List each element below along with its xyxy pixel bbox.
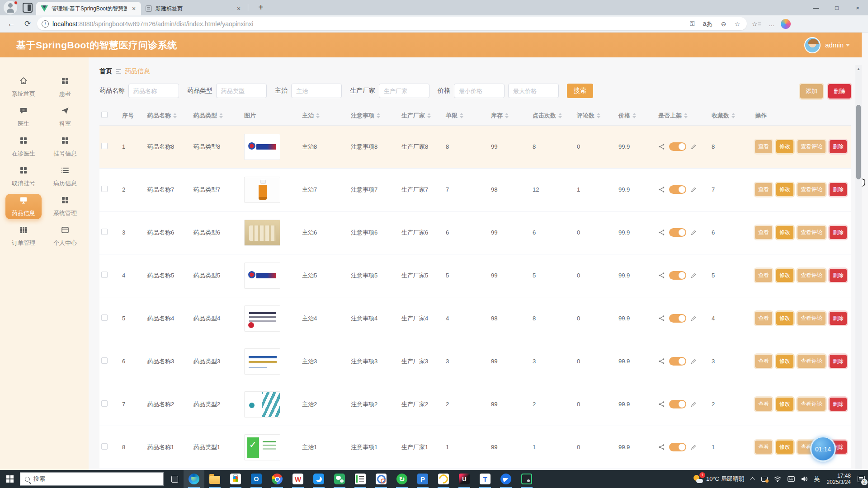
column-header[interactable]: 主治	[300, 106, 349, 125]
view-button[interactable]: 查看	[755, 183, 772, 196]
zoom-out-icon[interactable]: ⊖	[719, 20, 729, 28]
product-image[interactable]	[244, 434, 280, 460]
breadcrumb-home[interactable]: 首页	[99, 67, 112, 75]
taskbar-app-t[interactable]	[475, 470, 495, 488]
taskbar-app-shot[interactable]	[516, 470, 537, 488]
user-avatar[interactable]	[804, 37, 821, 53]
taskbar-app-edge[interactable]	[184, 470, 204, 488]
row-checkbox[interactable]	[99, 125, 120, 168]
on-shelf-toggle[interactable]	[669, 228, 686, 237]
maximize-button[interactable]: □	[826, 0, 847, 15]
network-icon[interactable]	[771, 470, 784, 488]
share-icon[interactable]	[658, 358, 665, 365]
sort-icon[interactable]	[316, 113, 320, 118]
chevron-down-icon[interactable]	[845, 44, 850, 47]
row-checkbox[interactable]	[99, 211, 120, 254]
pencil-icon[interactable]	[690, 315, 697, 322]
column-header[interactable]: 收藏数	[710, 106, 753, 125]
on-shelf-toggle[interactable]	[669, 185, 686, 194]
tab-close-icon[interactable]: ×	[130, 5, 137, 12]
sidebar-item-3[interactable]: 医生	[3, 103, 44, 131]
sort-icon[interactable]	[632, 113, 636, 118]
on-shelf-toggle[interactable]	[669, 142, 686, 151]
sort-icon[interactable]	[597, 113, 600, 118]
row-checkbox[interactable]	[99, 254, 120, 297]
browser-profile-button[interactable]	[4, 1, 17, 14]
clock[interactable]: 17:48 2025/3/24	[823, 473, 854, 485]
on-shelf-toggle[interactable]	[669, 400, 686, 408]
taskbar-app-chrome[interactable]	[267, 470, 288, 488]
password-key-icon[interactable]: ⚿	[688, 20, 697, 28]
share-icon[interactable]	[658, 401, 665, 408]
taskbar-app-p[interactable]	[412, 470, 433, 488]
sidebar-item-2[interactable]: 患者	[44, 73, 86, 102]
sort-icon[interactable]	[427, 113, 431, 118]
sort-icon[interactable]	[558, 113, 562, 118]
column-header[interactable]: 注意事项	[349, 106, 400, 125]
column-header[interactable]: 价格	[617, 106, 656, 125]
delete-row-button[interactable]: 删除	[830, 398, 847, 411]
search-button[interactable]: 搜索	[567, 84, 593, 98]
view-button[interactable]: 查看	[755, 441, 772, 454]
filter-input-1[interactable]	[128, 84, 179, 98]
filter-input-4[interactable]	[379, 84, 429, 98]
taskbar-app-drop[interactable]	[308, 470, 329, 488]
share-icon[interactable]	[658, 143, 665, 150]
delete-row-button[interactable]: 删除	[830, 312, 847, 325]
sidebar-item-7[interactable]: 取消挂号	[3, 162, 44, 191]
on-shelf-toggle[interactable]	[669, 271, 686, 280]
on-shelf-toggle[interactable]	[669, 314, 686, 323]
column-header[interactable]: 库存	[489, 106, 531, 125]
edit-button[interactable]: 修改	[776, 355, 793, 368]
column-header[interactable]: 是否上架	[656, 106, 710, 125]
share-icon[interactable]	[658, 186, 665, 193]
favorite-star-icon[interactable]: ☆	[732, 20, 742, 28]
view-comments-button[interactable]: 查看评论	[797, 312, 826, 325]
delete-row-button[interactable]: 删除	[830, 226, 847, 239]
new-tab-button[interactable]: +	[255, 1, 267, 14]
column-header[interactable]: 评论数	[575, 106, 617, 125]
filter-input-2[interactable]	[216, 84, 267, 98]
view-button[interactable]: 查看	[755, 226, 772, 239]
sidebar-item-12[interactable]: 个人中心	[44, 222, 86, 251]
row-checkbox[interactable]	[99, 297, 120, 340]
tray-expand-button[interactable]	[748, 470, 758, 488]
delete-row-button[interactable]: 删除	[830, 355, 847, 368]
pencil-icon[interactable]	[690, 358, 697, 365]
edit-button[interactable]: 修改	[776, 441, 793, 454]
pencil-icon[interactable]	[690, 444, 697, 450]
task-view-button[interactable]	[165, 470, 184, 488]
select-all-checkbox[interactable]	[99, 106, 120, 125]
device-tray-icon[interactable]	[758, 470, 771, 488]
column-header[interactable]: 生产厂家	[400, 106, 444, 125]
taskbar-app-store[interactable]	[225, 470, 246, 488]
site-info-icon[interactable]: i	[42, 20, 49, 28]
workspaces-icon[interactable]	[23, 3, 33, 13]
weather-widget[interactable]: 1 10°C 局部晴朗	[689, 474, 748, 484]
product-image[interactable]	[244, 263, 280, 289]
sidebar-item-5[interactable]: 在诊医生	[3, 132, 44, 161]
minimize-button[interactable]: —	[806, 0, 826, 15]
taskbar-app-wps[interactable]	[288, 470, 308, 488]
sidebar-item-6[interactable]: 挂号信息	[44, 132, 86, 161]
view-button[interactable]: 查看	[755, 398, 772, 411]
filter-input-3[interactable]	[291, 84, 342, 98]
taskbar-app-outlook[interactable]	[246, 470, 267, 488]
pencil-icon[interactable]	[690, 272, 697, 279]
sort-icon[interactable]	[684, 113, 688, 118]
row-checkbox[interactable]	[99, 168, 120, 211]
delete-row-button[interactable]: 删除	[830, 183, 847, 196]
address-bar[interactable]: i localhost:8080/springboot4w897m26/admi…	[37, 17, 747, 30]
edit-button[interactable]: 修改	[776, 140, 793, 153]
tab-close-icon[interactable]: ×	[235, 5, 242, 12]
pencil-icon[interactable]	[690, 187, 697, 193]
edit-button[interactable]: 修改	[776, 312, 793, 325]
taskbar-app-sync[interactable]	[392, 470, 412, 488]
view-comments-button[interactable]: 查看评论	[797, 183, 826, 196]
column-header[interactable]: 点击次数	[531, 106, 575, 125]
username[interactable]: admin	[825, 41, 844, 49]
share-icon[interactable]	[658, 272, 665, 279]
sort-icon[interactable]	[460, 113, 463, 118]
product-image[interactable]	[244, 305, 280, 332]
volume-icon[interactable]	[798, 470, 811, 488]
